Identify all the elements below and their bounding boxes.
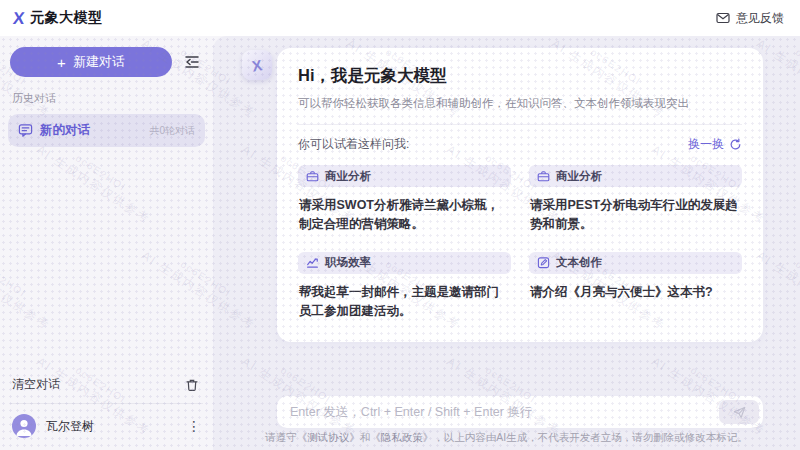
hint-label: 你可以试着这样问我: — [298, 136, 409, 153]
conversation-item[interactable]: 新的对话 共0轮对话 — [8, 114, 205, 147]
card-divider — [298, 124, 742, 125]
clear-label: 清空对话 — [12, 376, 60, 393]
main-area: X Hi，我是元象大模型 可以帮你轻松获取各类信息和辅助创作，在知识问答、文本创… — [213, 36, 800, 450]
logo-x-icon: X — [12, 10, 25, 27]
app-body: + 新建对话 历史对话 新的对话 共0轮对话 清空对话 — [0, 36, 800, 450]
welcome-title: Hi，我是元象大模型 — [298, 65, 742, 87]
user-name: 瓦尔登树 — [46, 418, 177, 435]
suggestion-card-pest[interactable]: 商业分析 请采用PEST分析电动车行业的发展趋势和前景。 — [529, 165, 742, 235]
suggestion-card-book[interactable]: 文本创作 请介绍《月亮与六便士》这本书? — [529, 252, 742, 322]
app-title: 元象大模型 — [30, 9, 103, 27]
suggestion-category: 职场效率 — [325, 255, 371, 270]
feedback-button[interactable]: 意见反馈 — [716, 10, 784, 27]
suggestion-grid: 商业分析 请采用SWOT分析雅诗兰黛小棕瓶，制定合理的营销策略。 商业分析 请采… — [298, 165, 742, 322]
footer-disclaimer: 请遵守《测试协议》和《隐私政策》，以上内容由AI生成，不代表开发者立场，请勿删除… — [213, 431, 800, 445]
assistant-avatar: X — [242, 50, 272, 80]
suggestion-category: 文本创作 — [556, 255, 602, 270]
app-header: X 元象大模型 意见反馈 — [0, 0, 800, 36]
privacy-policy-link[interactable]: 《隐私政策》 — [370, 431, 433, 443]
chat-bubble-icon — [18, 123, 33, 138]
suggestion-category: 商业分析 — [325, 169, 371, 184]
person-icon — [12, 414, 36, 438]
app-logo: X 元象大模型 — [13, 9, 103, 27]
user-menu-button[interactable]: ⋮ — [187, 419, 201, 433]
refresh-icon — [729, 138, 742, 151]
new-chat-button[interactable]: + 新建对话 — [10, 47, 172, 77]
suggestion-text: 帮我起草一封邮件，主题是邀请部门员工参加团建活动。 — [298, 283, 511, 322]
send-button[interactable] — [719, 400, 759, 424]
send-paper-plane-icon — [732, 405, 747, 420]
disclaimer-text: ，以上内容由AI生成，不代表开发者立场，请勿删除或修改本标记。 — [433, 431, 747, 443]
message-input[interactable] — [290, 405, 719, 419]
plus-icon: + — [57, 55, 66, 70]
collapse-sidebar-button[interactable] — [181, 51, 203, 73]
briefcase-icon — [306, 170, 319, 183]
collapse-sidebar-icon — [183, 55, 201, 69]
user-row: 瓦尔登树 ⋮ — [0, 404, 213, 450]
edit-icon — [537, 256, 550, 269]
suggestion-text: 请介绍《月亮与六便士》这本书? — [529, 283, 742, 302]
disclaimer-text: 和 — [360, 431, 371, 443]
feedback-label: 意见反馈 — [736, 10, 784, 27]
sidebar: + 新建对话 历史对话 新的对话 共0轮对话 清空对话 — [0, 36, 213, 450]
conversation-title: 新的对话 — [40, 122, 142, 139]
refresh-suggestions-button[interactable]: 换一换 — [688, 136, 742, 153]
history-section-label: 历史对话 — [0, 77, 213, 114]
test-agreement-link[interactable]: 《测试协议》 — [297, 431, 360, 443]
assistant-avatar-x-icon: X — [251, 56, 264, 74]
welcome-card: Hi，我是元象大模型 可以帮你轻松获取各类信息和辅助创作，在知识问答、文本创作领… — [277, 48, 763, 342]
refresh-label: 换一换 — [688, 136, 724, 153]
suggestion-text: 请采用PEST分析电动车行业的发展趋势和前景。 — [529, 196, 742, 235]
disclaimer-text: 请遵守 — [265, 431, 297, 443]
envelope-icon — [716, 12, 730, 24]
suggestion-card-swot[interactable]: 商业分析 请采用SWOT分析雅诗兰黛小棕瓶，制定合理的营销策略。 — [298, 165, 511, 235]
briefcase-icon — [537, 170, 550, 183]
chart-line-icon — [306, 256, 319, 269]
message-composer — [277, 396, 763, 428]
trash-icon — [185, 378, 199, 392]
suggestion-card-email[interactable]: 职场效率 帮我起草一封邮件，主题是邀请部门员工参加团建活动。 — [298, 252, 511, 322]
suggestion-text: 请采用SWOT分析雅诗兰黛小棕瓶，制定合理的营销策略。 — [298, 196, 511, 235]
welcome-subtitle: 可以帮你轻松获取各类信息和辅助创作，在知识问答、文本创作领域表现突出 — [298, 96, 742, 111]
suggestion-category: 商业分析 — [556, 169, 602, 184]
clear-conversations-button[interactable]: 清空对话 — [0, 368, 213, 403]
new-chat-label: 新建对话 — [73, 53, 125, 71]
user-avatar — [12, 414, 36, 438]
conversation-meta: 共0轮对话 — [149, 124, 195, 138]
